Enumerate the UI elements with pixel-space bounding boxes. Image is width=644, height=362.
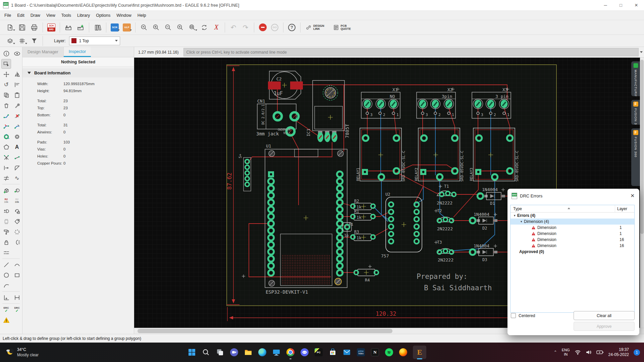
help-button[interactable]: ? xyxy=(286,22,298,33)
save-button[interactable] xyxy=(16,22,28,33)
refresh-button[interactable] xyxy=(198,22,210,33)
drc-errors-group[interactable]: ▾ Errors (4) xyxy=(511,213,634,219)
run-command-x-button[interactable]: X xyxy=(210,22,222,33)
attribute-tool[interactable] xyxy=(12,217,22,226)
taskbar-chat-icon[interactable] xyxy=(230,348,238,357)
taskbar-desktop-icon[interactable] xyxy=(272,348,281,357)
move-tool[interactable] xyxy=(1,69,11,79)
lock-tool[interactable] xyxy=(1,237,11,247)
drc-error-row[interactable]: Dimension16 xyxy=(511,237,634,243)
manufacturing-preview-button[interactable] xyxy=(62,22,74,33)
menu-tools[interactable]: Tools xyxy=(58,12,74,19)
footprint-tool[interactable] xyxy=(1,217,11,226)
tray-language[interactable]: ENGIN xyxy=(562,348,570,357)
taskbar-chrome-icon[interactable] xyxy=(286,348,295,357)
paint-roller-tool[interactable] xyxy=(1,227,11,237)
drc-error-row[interactable]: Dimension16 xyxy=(511,243,634,249)
command-history-dropdown[interactable] xyxy=(639,50,644,54)
taskbar-file-explorer-icon[interactable] xyxy=(244,348,253,357)
delete-tool[interactable] xyxy=(1,101,11,110)
pcb-quote-button[interactable]: PCBQUOTE xyxy=(330,22,354,33)
board-information-header[interactable]: Board Information xyxy=(22,68,134,77)
zoom-out-button[interactable] xyxy=(162,22,174,33)
new-document-button[interactable] xyxy=(4,22,16,33)
zoom-in-button[interactable] xyxy=(150,22,162,33)
signal-tool[interactable] xyxy=(1,163,11,173)
export-manufacturing-button[interactable] xyxy=(74,22,87,33)
drc-close-icon[interactable]: ✕ xyxy=(630,193,635,199)
split-tool[interactable] xyxy=(1,173,11,183)
miter-tool[interactable] xyxy=(12,163,22,173)
tray-clock[interactable]: 19:3724-05-2022 xyxy=(608,347,629,357)
unroute-tool[interactable] xyxy=(12,121,22,131)
pinswap-tool[interactable] xyxy=(12,237,22,247)
dimension-tool[interactable] xyxy=(1,293,11,302)
text-tool[interactable]: A xyxy=(12,142,22,152)
command-line-input[interactable]: Click or press Ctrl+L key to activate co… xyxy=(183,48,639,56)
centered-checkbox[interactable] xyxy=(511,313,516,318)
clear-all-button[interactable]: Clear all xyxy=(574,311,635,320)
zoom-select-button[interactable] xyxy=(186,22,198,33)
print-button[interactable] xyxy=(28,22,40,33)
menu-library[interactable]: Library xyxy=(74,12,93,19)
taskbar-start-button[interactable] xyxy=(187,348,196,357)
tab-inspector[interactable]: Inspector xyxy=(64,47,91,57)
taskbar-notion-icon[interactable]: N xyxy=(371,348,379,357)
drc-dimension-group[interactable]: ▾ Dimension (4) xyxy=(511,219,634,225)
zoom-redraw-button[interactable] xyxy=(174,22,186,33)
run-ulp-button[interactable]: ULP xyxy=(121,22,133,33)
drc-column-layer[interactable]: Layer xyxy=(615,205,634,212)
menu-draw[interactable]: Draw xyxy=(28,12,43,19)
menu-options[interactable]: Options xyxy=(93,12,113,19)
taskbar-eagle-icon[interactable]: E xyxy=(413,346,426,359)
undo-button[interactable]: ↶ xyxy=(227,22,239,33)
centered-checkbox-row[interactable]: Centered xyxy=(511,313,535,318)
mirror-tool[interactable] xyxy=(12,69,22,79)
erc-tool[interactable]: ERC✓ xyxy=(1,305,11,314)
name-value-tool[interactable]: R210k xyxy=(1,196,11,205)
via-tool[interactable] xyxy=(1,132,11,141)
menu-help[interactable]: Help xyxy=(135,12,149,19)
curve-tool[interactable] xyxy=(1,281,11,290)
add-part-tool[interactable] xyxy=(1,185,11,195)
minimize-button[interactable]: ─ xyxy=(598,0,613,10)
tab-fusion-360[interactable]: F FUSION 360 xyxy=(631,100,640,125)
name-tool[interactable] xyxy=(12,80,22,89)
change-tool[interactable] xyxy=(12,101,22,110)
drc-approved-group[interactable]: Approved (0) xyxy=(511,249,634,255)
tray-expand-chevron[interactable]: ⌃ xyxy=(554,350,557,355)
add-gate-tool[interactable] xyxy=(12,185,22,195)
errors-tool[interactable] xyxy=(1,315,11,325)
taskbar-discord-icon[interactable] xyxy=(300,348,309,357)
maximize-button[interactable]: □ xyxy=(613,0,629,10)
meander-tool[interactable]: ∿ xyxy=(12,173,22,183)
pad-tool[interactable] xyxy=(12,132,22,141)
design-link-button[interactable]: DESIGNLINK xyxy=(303,22,327,33)
filter-button[interactable] xyxy=(28,35,40,47)
taskbar-edge-icon[interactable] xyxy=(258,348,267,357)
drc-error-row[interactable]: Dimension1 xyxy=(511,225,634,231)
taskbar-spotify-icon[interactable] xyxy=(385,348,393,357)
route-airwire-tool[interactable] xyxy=(1,111,11,121)
zoom-fit-button[interactable] xyxy=(138,22,150,33)
polygon-tool[interactable] xyxy=(1,142,11,152)
drc-tool[interactable]: DRC✓ xyxy=(12,305,22,314)
smash-tool[interactable] xyxy=(12,227,22,237)
invoke-tool[interactable] xyxy=(1,206,11,216)
weather-widget[interactable]: 34°CMostly clear xyxy=(0,347,101,358)
stop-button[interactable] xyxy=(257,22,269,33)
value-tool[interactable]: R210k xyxy=(12,196,22,205)
approve-button[interactable]: Approve xyxy=(574,322,635,331)
taskbar-mail-icon[interactable] xyxy=(342,348,351,357)
paste-tool[interactable] xyxy=(12,90,22,100)
taskbar-pycharm-icon[interactable]: PC xyxy=(314,348,323,357)
tab-design-manager[interactable]: Design Manager xyxy=(22,47,64,57)
measure-tool[interactable] xyxy=(12,293,22,302)
menu-view[interactable]: View xyxy=(43,12,58,19)
run-script-button[interactable]: SCR xyxy=(109,22,121,33)
taskbar-firefox-icon[interactable] xyxy=(399,348,408,357)
library-manager-button[interactable] xyxy=(92,22,104,33)
taskbar-store-icon[interactable] xyxy=(328,348,337,357)
replace-tool[interactable] xyxy=(12,206,22,216)
switch-schematic-board-button[interactable]: SCHBRD xyxy=(45,22,57,33)
